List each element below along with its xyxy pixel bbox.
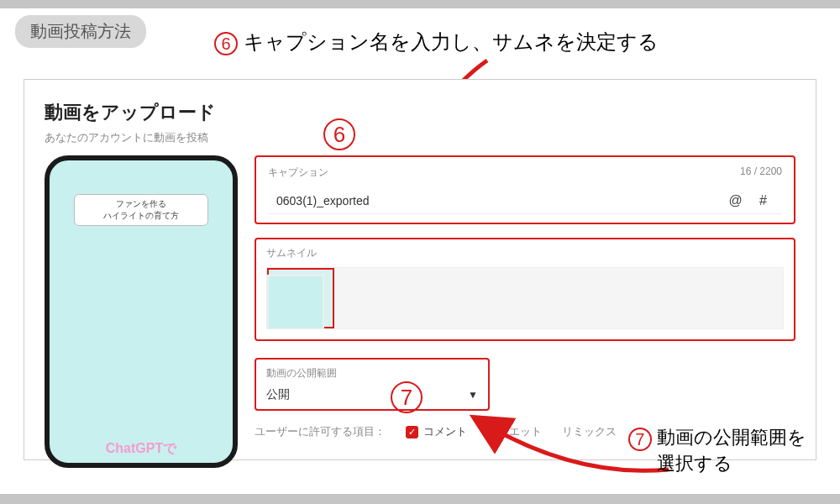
thumbnail-frame[interactable] xyxy=(719,268,783,328)
thumbnail-label: サムネイル xyxy=(266,246,784,260)
thumbnail-strip[interactable] xyxy=(266,267,784,329)
upload-panel: 動画をアップロード あなたのアカウントに動画を投稿 ファンを作る ハイライトの育… xyxy=(24,79,816,460)
callout-top-text: キャプション名を入力し、サムネを決定する xyxy=(244,30,659,53)
permissions-label: ユーザーに許可する項目： xyxy=(255,424,386,439)
thumbnail-selected-overlay[interactable] xyxy=(267,275,324,329)
caption-counter: 16 / 2200 xyxy=(740,165,782,180)
bottom-divider xyxy=(0,494,840,504)
thumbnail-frame[interactable] xyxy=(527,268,591,328)
thumbnail-frame[interactable] xyxy=(655,268,719,328)
marker-7: 7 xyxy=(391,381,423,413)
checkbox-checked-icon: ✓ xyxy=(406,426,418,438)
top-divider xyxy=(0,0,840,8)
phone-preview: ファンを作る ハイライトの育て方 ChatGPTで xyxy=(45,155,238,468)
phone-bottom-text: ChatGPTで xyxy=(106,440,176,458)
circled-7-right: 7 xyxy=(628,428,652,451)
privacy-select[interactable]: 公開 ▼ xyxy=(266,387,478,402)
chevron-down-icon: ▼ xyxy=(468,389,478,401)
callout-top: 6 キャプション名を入力し、サムネを決定する xyxy=(214,29,659,55)
phone-banner: ファンを作る ハイライトの育て方 xyxy=(74,194,208,226)
thumbnail-frame[interactable] xyxy=(399,268,463,328)
caption-section: 6 キャプション 16 / 2200 @ # xyxy=(255,155,795,224)
caption-label: キャプション xyxy=(268,165,328,180)
privacy-label: 動画の公開範囲 xyxy=(266,366,478,381)
mention-hashtag-buttons[interactable]: @ # xyxy=(728,193,774,208)
header-pill: 動画投稿方法 xyxy=(15,15,146,48)
privacy-value: 公開 xyxy=(266,387,290,402)
caption-input[interactable] xyxy=(276,194,624,207)
thumbnail-frame[interactable] xyxy=(463,268,527,328)
page-subtitle: あなたのアカウントに動画を投稿 xyxy=(45,130,795,145)
permission-duet[interactable]: デュエット xyxy=(487,424,542,439)
circled-6-top: 6 xyxy=(214,32,238,55)
permission-comment[interactable]: ✓ コメント xyxy=(406,424,467,439)
permission-remix[interactable]: リミックス xyxy=(562,424,617,439)
thumbnail-frame[interactable] xyxy=(591,268,654,328)
page-title: 動画をアップロード xyxy=(45,100,795,125)
thumbnail-frame[interactable] xyxy=(334,268,398,328)
marker-6: 6 xyxy=(323,118,355,150)
privacy-section: 動画の公開範囲 公開 ▼ 7 xyxy=(255,358,490,411)
callout-right: 7 動画の公開範囲を 選択する xyxy=(628,425,806,477)
thumbnail-section: サムネイル xyxy=(255,238,795,341)
